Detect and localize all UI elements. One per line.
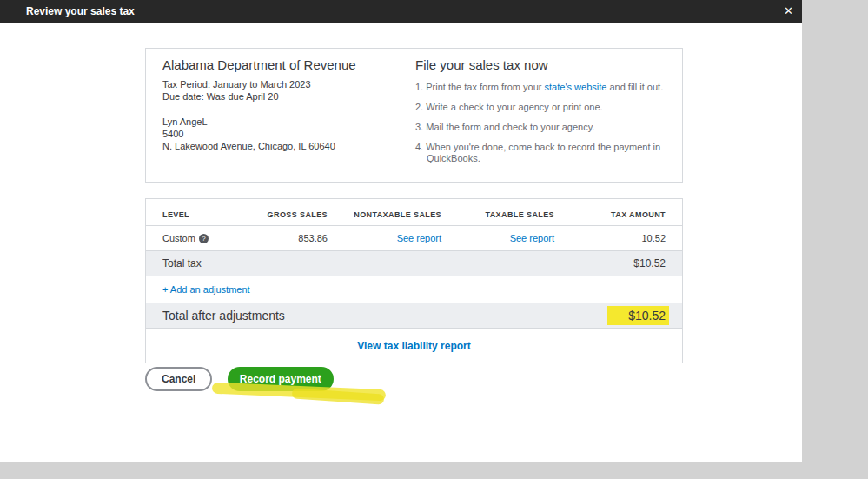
taxable-sales-cell: See report <box>441 233 554 243</box>
agency-address-block: Lyn AngeL 5400 N. Lakewood Avenue, Chica… <box>162 116 406 152</box>
contact-name: Lyn AngeL <box>162 116 406 128</box>
view-tax-liability-report-link[interactable]: View tax liability report <box>357 340 471 352</box>
col-header-nontaxable-sales: NONTAXABLE SALES <box>328 210 441 219</box>
step-text: and fill it out. <box>606 82 663 92</box>
view-report-row: View tax liability report <box>146 329 682 363</box>
instruction-step-1: 1. Print the tax form from your state's … <box>415 82 676 93</box>
table-row: Custom? 853.86 See report See report 10.… <box>146 226 682 251</box>
states-website-link[interactable]: state's website <box>545 82 607 92</box>
col-header-level: LEVEL <box>162 210 241 219</box>
total-after-label: Total after adjustments <box>162 309 285 323</box>
total-tax-label: Total tax <box>162 257 202 269</box>
action-buttons: Cancel Record payment <box>145 367 334 391</box>
help-icon[interactable]: ? <box>199 234 209 243</box>
instructions-title: File your sales tax now <box>415 57 676 72</box>
total-after-value: $10.52 <box>607 306 669 325</box>
instruction-step-4: 4. When you're done, come back to record… <box>415 142 676 164</box>
add-adjustment-row: + Add an adjustment <box>146 276 682 303</box>
close-icon[interactable]: ✕ <box>784 0 793 23</box>
page-background-right <box>802 0 868 479</box>
total-after-adjustments-row: Total after adjustments $10.52 <box>146 303 682 329</box>
col-header-taxable-sales: TAXABLE SALES <box>441 210 554 219</box>
gross-sales-cell: 853.86 <box>241 233 328 243</box>
add-adjustment-link[interactable]: + Add an adjustment <box>162 284 250 295</box>
col-header-tax-amount: TAX AMOUNT <box>554 210 666 219</box>
instruction-step-3: 3. Mail the form and check to your agenc… <box>415 122 676 133</box>
agency-summary-card: Alabama Department of Revenue Tax Period… <box>145 48 683 183</box>
modal-titlebar: Review your sales tax ✕ <box>0 0 802 23</box>
agency-details: Alabama Department of Revenue Tax Period… <box>162 57 406 152</box>
table-header-row: LEVEL GROSS SALES NONTAXABLE SALES TAXAB… <box>146 199 682 226</box>
screen: Review your sales tax ✕ Alabama Departme… <box>0 0 868 479</box>
nontaxable-see-report-link[interactable]: See report <box>397 233 441 243</box>
record-payment-button[interactable]: Record payment <box>228 367 334 391</box>
tax-amount-cell: 10.52 <box>554 233 666 243</box>
taxable-see-report-link[interactable]: See report <box>510 233 554 243</box>
due-date: Due date: Was due April 20 <box>162 90 406 103</box>
step-text: 1. Print the tax form from your <box>415 82 545 92</box>
level-label: Custom <box>162 233 195 243</box>
nontaxable-sales-cell: See report <box>328 233 441 243</box>
instruction-step-2: 2. Write a check to your agency or print… <box>415 102 676 113</box>
tax-period: Tax Period: January to March 2023 <box>162 78 406 90</box>
modal-title: Review your sales tax <box>0 5 135 17</box>
total-tax-row: Total tax $10.52 <box>146 251 682 276</box>
cancel-button[interactable]: Cancel <box>145 367 212 391</box>
address-line-1: 5400 <box>162 128 406 140</box>
filing-instructions: File your sales tax now 1. Print the tax… <box>415 57 676 173</box>
total-tax-value: $10.52 <box>633 257 666 269</box>
page-background-bottom <box>0 462 802 479</box>
address-line-2: N. Lakewood Avenue, Chicago, IL 60640 <box>162 140 406 152</box>
level-cell: Custom? <box>162 233 241 243</box>
col-header-gross-sales: GROSS SALES <box>241 210 328 219</box>
agency-name: Alabama Department of Revenue <box>162 57 406 72</box>
sales-tax-table-card: LEVEL GROSS SALES NONTAXABLE SALES TAXAB… <box>145 198 683 363</box>
